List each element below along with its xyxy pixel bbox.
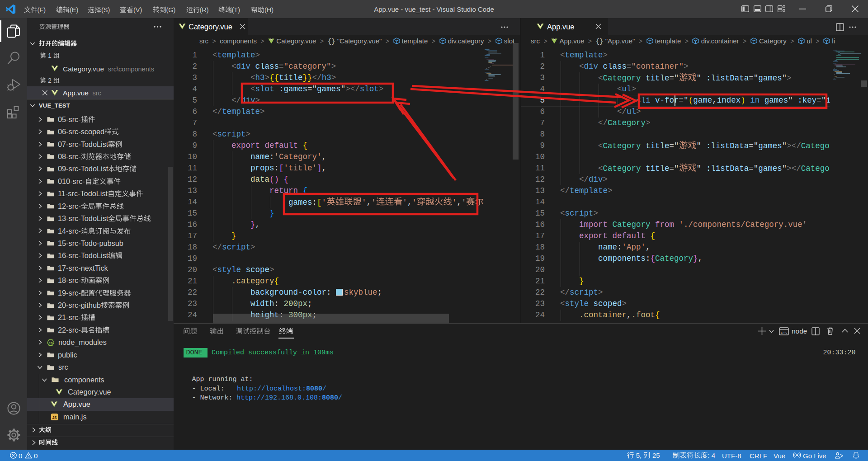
svg-text:C:\: C:\ bbox=[781, 331, 788, 335]
svg-text:JS: JS bbox=[48, 341, 53, 345]
svg-text:JS: JS bbox=[52, 415, 57, 419]
